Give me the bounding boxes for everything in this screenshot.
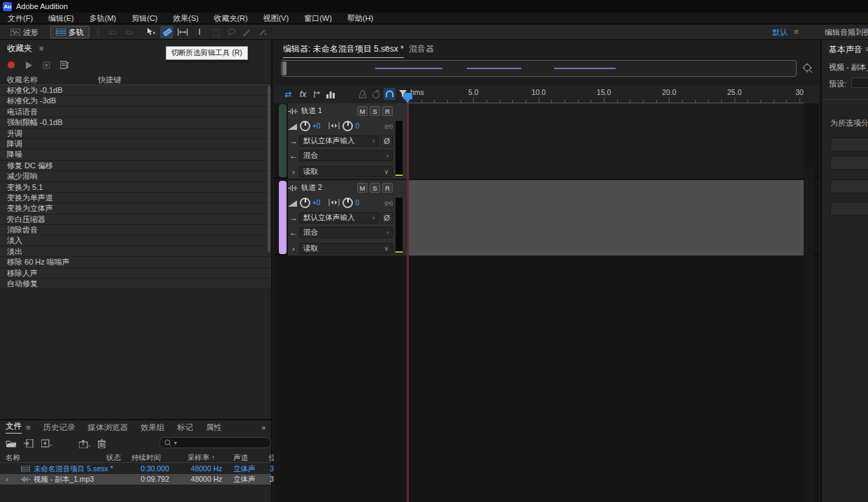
favorite-item[interactable]: 移除 60 Hz 嗡嗡声 (0, 257, 271, 267)
output-selector[interactable]: 混合› (299, 150, 393, 161)
automation-expand-icon[interactable]: › (288, 168, 299, 176)
trash-icon[interactable] (98, 439, 106, 448)
solo-button[interactable]: S (370, 183, 380, 193)
favorite-item[interactable]: 变换为单声道 (0, 193, 271, 203)
menu-item-0[interactable]: 文件(F) (0, 13, 41, 24)
loop-playback-icon[interactable] (384, 88, 396, 100)
route-icon[interactable] (312, 88, 324, 100)
mixer-tab[interactable]: 混音器 (409, 43, 434, 55)
panel-tab-效果组[interactable]: 效果组 (140, 422, 165, 433)
multitrack-view-button[interactable]: 多轨 (50, 26, 89, 38)
panel-tab-历史记录[interactable]: 历史记录 (43, 422, 75, 433)
favorite-item[interactable]: 淡入 (0, 235, 271, 246)
files-column-1[interactable]: 状态 (106, 453, 121, 463)
favorite-item[interactable]: 降噪 (0, 149, 271, 160)
track-color-strip[interactable] (279, 181, 287, 254)
panel-tab-文件[interactable]: 文件 (6, 421, 22, 434)
pitch-display-button[interactable]: ▭ (123, 26, 136, 38)
track-lane[interactable] (408, 103, 804, 179)
favorite-item[interactable]: 修复 DC 偏移 (0, 161, 271, 171)
favorite-item[interactable]: 移除人声 (0, 268, 271, 279)
favorite-item[interactable]: 升调 (0, 128, 271, 139)
monitor-input-icon[interactable]: ((•)) (384, 124, 393, 128)
null-input-button[interactable]: Ø (381, 135, 393, 147)
favorite-item[interactable]: 强制限幅 -0.1dB (0, 117, 271, 128)
import-file-icon[interactable] (24, 439, 34, 448)
new-item-icon[interactable] (41, 439, 52, 448)
favorite-item[interactable]: 标准化为 -3dB (0, 96, 271, 106)
audio-type-button-4[interactable] (830, 202, 868, 216)
pan-knob[interactable] (342, 121, 353, 131)
paintbrush-tool-button[interactable] (240, 26, 254, 38)
favorites-name-column[interactable]: 收藏名称 (7, 75, 38, 85)
favorites-shortcut-column[interactable]: 快捷键 (98, 75, 121, 85)
stop-icon[interactable] (43, 61, 50, 69)
volume-knob[interactable] (300, 121, 310, 131)
snap-toggle-icon[interactable]: ⇄ (282, 88, 294, 100)
files-column-2[interactable]: 持续时间 (131, 453, 161, 463)
expand-chevron-icon[interactable]: › (6, 475, 8, 483)
spot-healing-tool-button[interactable] (256, 26, 269, 38)
null-input-button[interactable]: Ø (381, 212, 393, 223)
editor-tab-menu-icon[interactable]: ≡ (384, 43, 389, 52)
input-selector[interactable]: 默认立体声输入› (299, 135, 379, 147)
timeline-ruler[interactable]: hms 5.010.015.020.025.030 (408, 85, 804, 103)
monitor-input-icon[interactable]: ((•)) (384, 200, 393, 205)
record-arm-button[interactable]: R (382, 106, 393, 116)
audio-type-button-2[interactable] (830, 156, 868, 170)
move-tool-button[interactable] (143, 26, 157, 38)
menu-item-5[interactable]: 收藏夹(R) (206, 13, 255, 24)
razor-tool-button[interactable] (160, 26, 173, 38)
solo-button[interactable]: S (370, 106, 380, 116)
metering-icon[interactable] (324, 88, 336, 100)
menu-item-2[interactable]: 多轨(M) (82, 13, 124, 24)
slip-tool-button[interactable] (176, 26, 189, 38)
workspace-edit-audio-to-video-button[interactable]: 编辑音频到视频 (825, 27, 868, 38)
workspace-menu-icon[interactable]: ≡ (794, 27, 798, 36)
waveform-view-button[interactable]: 波形 (6, 26, 43, 38)
session-overview-bar[interactable] (281, 60, 797, 77)
marquee-selection-button[interactable]: ⬚ (210, 26, 223, 38)
playhead-line[interactable] (407, 103, 409, 502)
essential-sound-tab[interactable]: 基本声音 (829, 44, 862, 56)
track-lane[interactable] (408, 180, 804, 256)
files-column-4[interactable]: 声道 (233, 453, 248, 463)
zoom-navigate-icon[interactable] (802, 63, 813, 74)
track-name[interactable]: 轨道 2 (301, 183, 355, 193)
menu-item-3[interactable]: 剪辑(C) (124, 13, 165, 24)
favorite-item[interactable]: 变换为立体声 (0, 203, 271, 214)
favorite-item[interactable]: 降调 (0, 139, 271, 149)
files-panel-menu-icon[interactable]: ≡ (26, 423, 30, 431)
favorites-scrollbar[interactable] (268, 86, 270, 252)
favorite-item[interactable]: 变换为 5.1 (0, 182, 271, 193)
favorites-tab[interactable]: 收藏夹 (7, 43, 32, 54)
file-row[interactable]: ›视频 - 副本_1.mp30:09.79248000 Hz立体声3 (0, 474, 271, 485)
fx-button[interactable]: fx (297, 88, 309, 100)
text-tool-button[interactable]: I (193, 26, 206, 38)
mute-button[interactable]: M (357, 106, 368, 116)
menu-item-8[interactable]: 帮助(H) (340, 13, 381, 24)
vertical-track-scrollbar[interactable] (804, 167, 814, 502)
menu-item-7[interactable]: 窗口(W) (296, 13, 340, 24)
automation-expand-icon[interactable]: › (288, 245, 299, 253)
favorite-item[interactable]: 减少混响 (0, 171, 271, 182)
favorite-item[interactable]: 自动修复 (0, 279, 271, 289)
favorite-item[interactable]: 电话语音 (0, 107, 271, 117)
workspace-default-button[interactable]: 默认 (772, 27, 788, 38)
tabs-overflow-icon[interactable]: » (261, 423, 266, 431)
output-selector[interactable]: 混合› (299, 227, 393, 238)
metronome-icon[interactable] (356, 88, 368, 100)
menu-item-6[interactable]: 视图(V) (255, 13, 296, 24)
file-row[interactable]: 未命名混音项目 5.sesx *0:30.00048000 Hz立体声3 (0, 464, 271, 474)
lasso-selection-button[interactable] (225, 26, 238, 38)
play-favorite-icon[interactable] (25, 61, 33, 69)
automation-mode-selector[interactable]: 读取∨ (299, 166, 393, 177)
export-icon[interactable] (79, 439, 91, 448)
files-search-input[interactable]: ▾ (159, 437, 271, 448)
spectral-display-button[interactable]: ▭ (106, 26, 120, 38)
preset-dropdown[interactable] (851, 77, 868, 88)
record-favorite-icon[interactable] (7, 61, 15, 69)
favorites-panel-menu-icon[interactable]: ≡ (39, 44, 43, 52)
skip-selection-icon[interactable] (370, 88, 382, 100)
automation-mode-selector[interactable]: 读取∨ (299, 243, 393, 254)
